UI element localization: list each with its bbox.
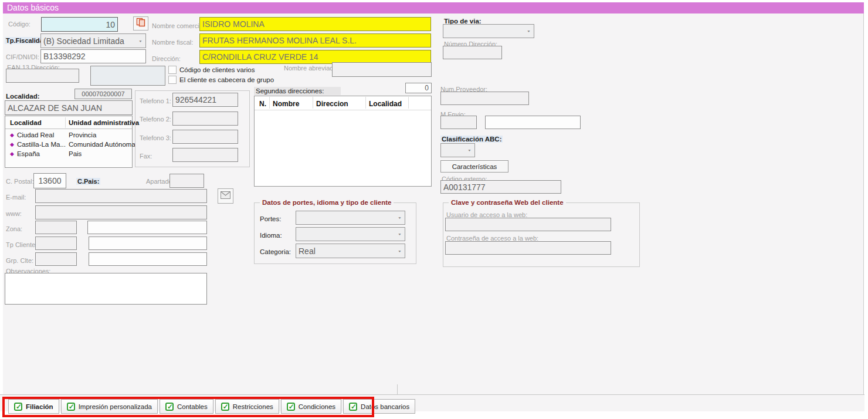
clientes-varios-checkbox[interactable] — [168, 66, 177, 74]
tab-label: Contables — [177, 403, 208, 410]
checkmark-icon — [165, 403, 174, 411]
localidad-row-2-unit[interactable]: Pais — [69, 150, 82, 157]
localidad-row-0-unit[interactable]: Provincia — [69, 131, 96, 138]
cif-label: CIF/DNI/DI: — [6, 53, 39, 60]
tab-condiciones[interactable]: Condiciones — [281, 399, 341, 414]
categoria-select[interactable]: Real — [296, 244, 405, 258]
tab-label: Datos bancarios — [361, 403, 409, 410]
ean13-input[interactable] — [6, 69, 79, 83]
segundas-column-divider — [365, 97, 366, 109]
localidad-row-0-name[interactable]: Ciudad Real — [10, 131, 54, 138]
nombre-comercial-label: Nombre comercial: — [152, 22, 206, 29]
observaciones-textarea[interactable] — [5, 273, 207, 305]
tab-datos-bancarios[interactable]: Datos bancarios — [343, 399, 415, 414]
usuario-web-input[interactable] — [445, 218, 611, 231]
caracteristicas-button[interactable]: Características — [440, 160, 508, 173]
copy-icon — [136, 18, 145, 29]
localidad-list-column-divider — [65, 117, 66, 128]
num-proveedor-input[interactable] — [440, 92, 529, 105]
www-label: www: — [6, 210, 22, 217]
mail-icon — [221, 191, 230, 201]
segundas-column-divider — [269, 97, 270, 109]
datos-basicos-window: Datos básicos Código: Nombre comercial: … — [0, 0, 868, 419]
telefono3-input[interactable] — [172, 130, 238, 144]
tab-contables[interactable]: Contables — [160, 399, 213, 414]
localidad-row-1-unit[interactable]: Comunidad Autónoma — [69, 141, 135, 148]
telefono2-input[interactable] — [172, 111, 238, 126]
segundas-direcciones-table[interactable]: N. Nombre Direccion Localidad — [254, 96, 432, 187]
localidad-list-header-divider — [5, 129, 132, 129]
nombre-abreviado-input[interactable] — [332, 62, 432, 77]
cabecera-grupo-label: El cliente es cabecera de grupo — [179, 76, 274, 83]
cabecera-grupo-checkbox[interactable] — [168, 76, 177, 84]
codigo-externo-input[interactable] — [440, 180, 561, 194]
segundas-header-divider — [255, 110, 431, 110]
tab-impresion-personalizada[interactable]: Impresión personalizada — [61, 399, 158, 414]
tp-cliente-desc-input[interactable] — [89, 236, 207, 250]
codigo-input[interactable] — [41, 17, 118, 32]
localidad-list[interactable]: Localidad Unidad administrativa Ciudad R… — [5, 116, 133, 168]
zona-desc-input[interactable] — [87, 221, 207, 234]
categoria-label: Categoria: — [260, 248, 291, 255]
grp-clte-code-input[interactable] — [35, 252, 77, 266]
email-label: E-mail: — [6, 194, 26, 201]
segundas-header-n: N. — [259, 100, 266, 108]
categoria-value: Real — [299, 246, 316, 256]
segundas-header-nombre: Nombre — [273, 100, 299, 108]
email-input[interactable] — [35, 189, 207, 203]
tipo-via-select[interactable] — [443, 24, 534, 38]
nombre-comercial-input[interactable] — [199, 17, 431, 31]
idioma-select[interactable] — [296, 227, 405, 241]
localidad-list-header-localidad: Localidad — [10, 119, 42, 126]
tab-filiacion[interactable]: Filiación — [8, 399, 59, 414]
panel-divider — [397, 384, 398, 394]
telefono1-label: Telefono 1: — [140, 97, 171, 104]
tab-label: Condiciones — [299, 403, 335, 410]
clasificacion-abc-select[interactable] — [440, 143, 475, 157]
segundas-column-divider — [408, 97, 409, 109]
telefono2-label: Telefono 2: — [140, 116, 171, 123]
localidad-row-1-name[interactable]: Castilla-La Ma... — [10, 141, 66, 148]
m-envio-code-input[interactable] — [440, 116, 477, 129]
zona-code-input[interactable] — [35, 221, 77, 234]
checkmark-icon — [67, 403, 75, 411]
codigo-label: Código: — [8, 21, 30, 28]
checkmark-icon — [14, 403, 22, 411]
tp-cliente-label: Tp Cliente: — [6, 241, 37, 248]
cif-input[interactable] — [40, 49, 146, 63]
checkmark-icon — [287, 403, 295, 411]
segundas-direcciones-label: Segundas direcciones: — [254, 87, 341, 95]
grp-clte-label: Grp. Clte: — [6, 257, 33, 264]
numero-direccion-input[interactable] — [443, 46, 502, 59]
localidad-label: Localidad: — [6, 93, 40, 100]
tp-cliente-code-input[interactable] — [35, 236, 77, 250]
tp-fiscalidad-value: (B) Sociedad Limitada — [43, 36, 124, 46]
www-input[interactable] — [35, 205, 207, 219]
zona-label: Zona: — [6, 225, 22, 232]
clasificacion-abc-label: Clasificación ABC: — [440, 136, 503, 143]
m-envio-desc-input[interactable] — [485, 116, 581, 129]
telefono1-input[interactable] — [172, 93, 238, 107]
nombre-abreviado-label: Nombre abreviado: — [284, 65, 339, 72]
tp-fiscalidad-select[interactable]: (B) Sociedad Limitada — [40, 33, 146, 48]
nombre-fiscal-input[interactable] — [199, 33, 431, 48]
localidad-name-input[interactable] — [5, 100, 133, 115]
segundas-count-input[interactable] — [405, 83, 432, 93]
nombre-fiscal-label: Nombre fiscal: — [152, 39, 193, 46]
contrasena-web-input[interactable] — [445, 241, 611, 255]
portes-select[interactable] — [296, 211, 405, 225]
localidad-row-2-name[interactable]: España — [10, 150, 40, 157]
send-email-button[interactable] — [218, 188, 233, 204]
copy-button[interactable] — [133, 16, 148, 31]
segundas-column-divider — [313, 97, 313, 109]
fax-input[interactable] — [172, 148, 238, 162]
web-access-group-title: Clave y contraseña Web del cliente — [449, 199, 566, 206]
apartado-input[interactable] — [169, 174, 204, 188]
tab-restricciones[interactable]: Restricciones — [215, 399, 279, 414]
bottom-tabs: Filiación Impresión personalizada Contab… — [8, 399, 415, 414]
localidad-list-header-unidad: Unidad administrativa — [69, 119, 139, 126]
c-postal-input[interactable] — [33, 173, 66, 188]
portes-label: Portes: — [260, 215, 281, 222]
ean13-secondary-input[interactable] — [90, 66, 165, 86]
grp-clte-desc-input[interactable] — [89, 252, 207, 266]
